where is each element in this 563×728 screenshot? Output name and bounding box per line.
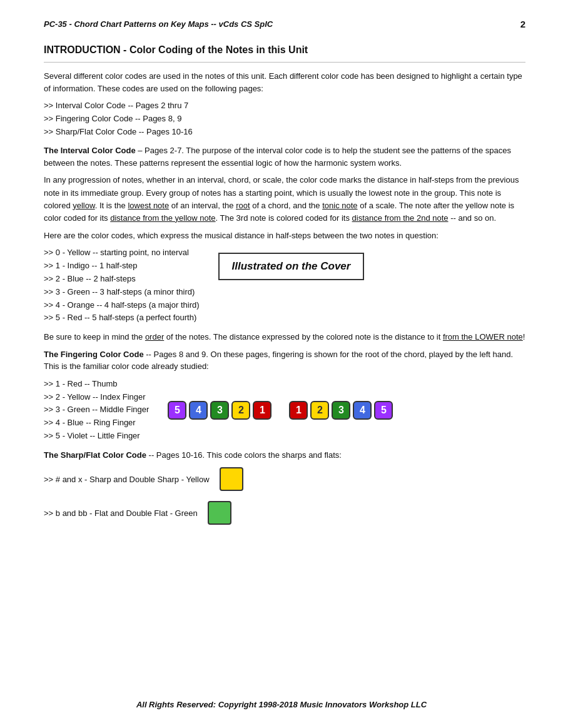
list-item: >> Fingering Color Code -- Pages 8, 9: [44, 113, 525, 126]
header-page: 2: [520, 19, 525, 29]
color-codes-list: >> 0 - Yellow -- starting point, no inte…: [44, 246, 200, 325]
sharp-flat-heading-bold: The Sharp/Flat Color Code: [44, 450, 146, 460]
flat-row: >> b and bb - Flat and Double Flat - Gre…: [44, 501, 525, 525]
fingering-section: >> 1 - Red -- Thumb >> 2 - Yellow -- Ind…: [44, 378, 525, 443]
illustrated-label: Illustrated on the Cover: [218, 253, 365, 280]
sharp-text: >> # and x - Sharp and Double Sharp - Ye…: [44, 475, 210, 484]
interval-para2: In any progression of notes, whether in …: [44, 174, 525, 225]
right-key-1: 1: [289, 401, 308, 420]
interval-heading-para: The Interval Color Code – Pages 2-7. The…: [44, 144, 525, 169]
fingering-heading-bold: The Fingering Color Code: [44, 350, 144, 359]
finger-item-0: >> 1 - Red -- Thumb: [44, 378, 149, 391]
color-codes-section: >> 0 - Yellow -- starting point, no inte…: [44, 246, 525, 325]
finger-item-1: >> 2 - Yellow -- Index Finger: [44, 391, 149, 404]
right-key-5: 5: [374, 401, 393, 420]
finger-item-3: >> 4 - Blue -- Ring Finger: [44, 417, 149, 430]
sharp-flat-heading-rest: -- Pages 10-16. This code colors the sha…: [146, 450, 342, 460]
right-key-3: 3: [332, 401, 350, 420]
fingering-list: >> 1 - Red -- Thumb >> 2 - Yellow -- Ind…: [44, 378, 149, 443]
color-code-item-5: >> 5 - Red -- 5 half-steps (a perfect fo…: [44, 311, 200, 325]
page-footer: All Rights Reserved: Copyright 1998-2018…: [0, 700, 563, 709]
left-key-4: 4: [189, 401, 208, 420]
page-header: PC-35 - Chord Chart Patterns on Key Maps…: [44, 19, 525, 29]
color-code-item-2: >> 2 - Blue -- 2 half-steps: [44, 273, 200, 286]
footer-text: All Rights Reserved: Copyright 1998-2018…: [136, 700, 427, 709]
intro-title: INTRODUCTION - Color Coding of the Notes…: [44, 44, 525, 56]
sharp-flat-heading-para: The Sharp/Flat Color Code -- Pages 10-16…: [44, 449, 525, 462]
color-code-item-1: >> 1 - Indigo -- 1 half-step: [44, 260, 200, 273]
flat-text: >> b and bb - Flat and Double Flat - Gre…: [44, 508, 198, 518]
interval-note: Be sure to keep in mind the order of the…: [44, 331, 525, 343]
sharp-flat-section: >> # and x - Sharp and Double Sharp - Ye…: [44, 467, 525, 525]
page: PC-35 - Chord Chart Patterns on Key Maps…: [0, 0, 563, 728]
sharp-row: >> # and x - Sharp and Double Sharp - Ye…: [44, 467, 525, 491]
left-key-3: 3: [210, 401, 229, 420]
left-key-1: 1: [253, 401, 271, 420]
right-key-4: 4: [353, 401, 372, 420]
interval-para3: Here are the color codes, which express …: [44, 230, 525, 242]
intro-paragraph: Several different color codes are used i…: [44, 70, 525, 94]
interval-heading-bold: The Interval Color Code: [44, 146, 136, 155]
list-item: >> Interval Color Code -- Pages 2 thru 7: [44, 99, 525, 113]
fingering-heading-para: The Fingering Color Code -- Pages 8 and …: [44, 348, 525, 373]
title-divider: [44, 62, 525, 63]
color-code-item-3: >> 3 - Green -- 3 half-steps (a minor th…: [44, 286, 200, 299]
left-key-2: 2: [231, 401, 250, 420]
yellow-square: [220, 467, 243, 491]
color-code-item-0: >> 0 - Yellow -- starting point, no inte…: [44, 246, 200, 260]
green-square: [208, 501, 231, 525]
right-key-2: 2: [310, 401, 329, 420]
color-code-item-4: >> 4 - Orange -- 4 half-steps (a major t…: [44, 299, 200, 312]
finger-item-2: >> 3 - Green -- Middle Finger: [44, 403, 149, 417]
header-title: PC-35 - Chord Chart Patterns on Key Maps…: [44, 19, 273, 29]
finger-icons: 5 4 3 2 1 1 2 3 4 5: [168, 401, 393, 420]
illustrated-box: Illustrated on the Cover: [218, 246, 365, 280]
code-list: >> Interval Color Code -- Pages 2 thru 7…: [44, 99, 525, 138]
left-key-5: 5: [168, 401, 186, 420]
finger-item-4: >> 5 - Violet -- Little Finger: [44, 430, 149, 443]
list-item: >> Sharp/Flat Color Code -- Pages 10-16: [44, 126, 525, 139]
